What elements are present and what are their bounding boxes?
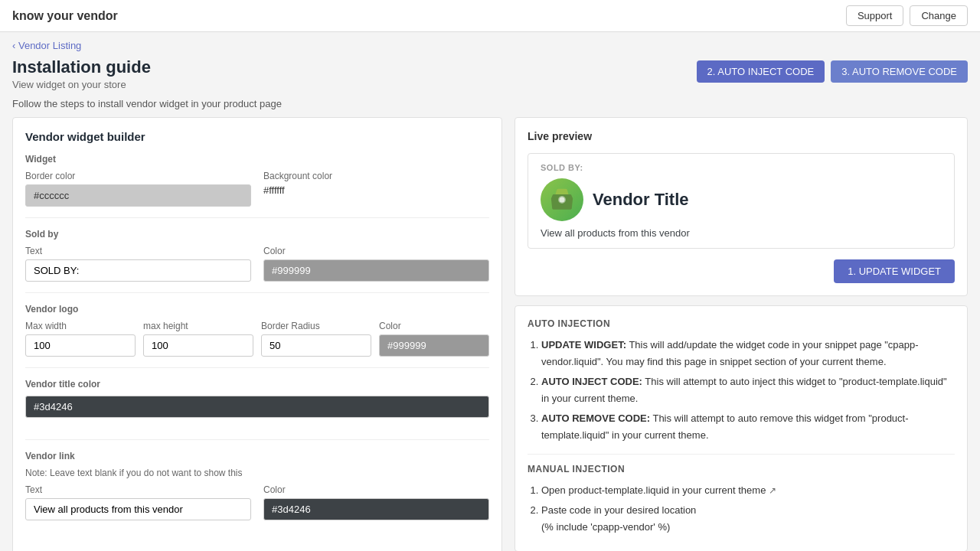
vendor-link-text-label: Text <box>25 484 251 495</box>
logo-color-col: Color <box>379 321 489 357</box>
vendor-info: Vendor Title <box>541 178 942 221</box>
auto-injection-list: UPDATE WIDGET: This will add/update the … <box>528 337 955 445</box>
app-logo: know your vendor <box>12 9 118 23</box>
auto-inject-button[interactable]: 2. AUTO INJECT CODE <box>697 60 825 83</box>
max-width-input[interactable] <box>25 334 136 357</box>
instruction-text: Follow the steps to install vendor widge… <box>12 98 282 109</box>
manual-injection-item-2-subtext: (% include 'cpapp-vendor' %) <box>541 521 670 533</box>
auto-injection-item-3: AUTO REMOVE CODE: This will attempt to a… <box>541 410 955 444</box>
page-title: Installation guide <box>12 57 151 77</box>
border-radius-col: Border Radius <box>261 321 371 357</box>
manual-injection-item-1: Open product-template.liquid in your cur… <box>541 482 955 499</box>
svg-point-0 <box>559 197 564 202</box>
sold-by-preview-label: SOLD BY: <box>541 163 942 172</box>
widget-preview: SOLD BY: Vendor Title View all products … <box>528 153 955 249</box>
vendor-link-section-label: Vendor link <box>25 451 489 461</box>
vendor-title-preview: Vendor Title <box>593 190 689 210</box>
background-color-label: Backgrount color <box>263 171 489 181</box>
max-width-label: Max width <box>25 321 136 331</box>
vendor-link-note: Note: Leave text blank if you do not wan… <box>25 468 489 478</box>
border-radius-input[interactable] <box>261 334 371 357</box>
update-widget-button[interactable]: 1. UPDATE WIDGET <box>834 259 955 283</box>
auto-injection-card: AUTO INJECTION UPDATE WIDGET: This will … <box>514 305 968 551</box>
auto-injection-item-2: AUTO INJECT CODE: This will attempt to a… <box>541 373 955 407</box>
vendor-logo-placeholder <box>541 178 583 221</box>
sold-by-text-input[interactable] <box>25 259 251 282</box>
vendor-title-section-label: Vendor title color <box>25 379 489 390</box>
top-nav: know your vendor Support Change <box>0 0 980 32</box>
background-color-field: Backgrount color #ffffff <box>263 171 489 207</box>
breadcrumb-link[interactable]: Vendor Listing <box>12 40 81 51</box>
border-radius-label: Border Radius <box>261 321 371 331</box>
vendor-link-text-col: Text <box>25 484 251 520</box>
manual-injection-title: MANUAL INJECTION <box>528 464 955 474</box>
vendor-link-color-input[interactable] <box>263 498 489 520</box>
background-color-value: #ffffff <box>263 184 285 196</box>
sold-by-text-label: Text <box>25 246 251 256</box>
vendor-link-text-input[interactable] <box>25 498 251 520</box>
auto-injection-item-3-bold: AUTO REMOVE CODE: <box>541 412 650 424</box>
builder-title: Vendor widget builder <box>25 130 489 143</box>
vendor-logo-section-label: Vendor logo <box>25 304 489 315</box>
logo-color-label: Color <box>379 321 489 331</box>
widget-color-row: Border color Backgrount color #ffffff <box>25 171 489 207</box>
sold-by-color-field: Color <box>263 246 489 282</box>
border-color-label: Border color <box>25 171 251 181</box>
manual-injection-item-2: Paste code in your desired location (% i… <box>541 502 955 536</box>
change-button[interactable]: Change <box>910 5 968 26</box>
main-content: Vendor widget builder Widget Border colo… <box>0 117 980 551</box>
live-preview-card: Live preview SOLD BY: Vendor Title View <box>514 117 968 296</box>
left-panel: Vendor widget builder Widget Border colo… <box>12 117 502 551</box>
max-width-col: Max width <box>25 321 136 357</box>
vendor-link-preview: View all products from this vendor <box>541 227 942 239</box>
auto-injection-item-2-bold: AUTO INJECT CODE: <box>541 376 642 387</box>
instruction-bar: Follow the steps to install vendor widge… <box>0 98 980 117</box>
manual-injection-item-1-text: Open product-template.liquid in your cur… <box>541 484 766 496</box>
max-height-col: max height <box>143 321 253 357</box>
logo-color-input[interactable] <box>379 334 489 357</box>
page-header-actions: 2. AUTO INJECT CODE 3. AUTO REMOVE CODE <box>697 60 968 83</box>
sold-by-color-input[interactable] <box>263 259 489 282</box>
external-link-icon[interactable]: ↗ <box>769 483 776 498</box>
live-preview-title: Live preview <box>528 130 955 142</box>
nav-actions: Support Change <box>846 5 968 26</box>
border-color-field: Border color <box>25 171 251 207</box>
border-color-input[interactable] <box>25 184 251 207</box>
page-header: Installation guide View widget on your s… <box>0 51 980 98</box>
sold-by-section-label: Sold by <box>25 229 489 240</box>
auto-injection-item-1: UPDATE WIDGET: This will add/update the … <box>541 337 955 370</box>
max-height-label: max height <box>143 321 253 331</box>
manual-injection-list: Open product-template.liquid in your cur… <box>528 482 955 536</box>
auto-injection-title: AUTO INJECTION <box>528 318 955 329</box>
breadcrumb-bar: Vendor Listing <box>0 32 980 51</box>
widget-section-label: Widget <box>25 154 489 165</box>
vendor-link-color-col: Color <box>263 484 489 520</box>
support-button[interactable]: Support <box>846 5 904 26</box>
vendor-link-row: Text Color <box>25 484 489 520</box>
page-subtitle: View widget on your store <box>12 79 151 90</box>
max-height-input[interactable] <box>143 334 253 357</box>
sold-by-row: Text Color <box>25 246 489 282</box>
vendor-link-color-label: Color <box>263 484 489 495</box>
auto-remove-button[interactable]: 3. AUTO REMOVE CODE <box>831 60 968 83</box>
vendor-title-color-input[interactable] <box>25 396 489 418</box>
vendor-logo-row: Max width max height Border Radius Color <box>25 321 489 357</box>
manual-injection-item-2-text: Paste code in your desired location <box>541 504 696 516</box>
sold-by-text-field: Text <box>25 246 251 282</box>
auto-injection-item-1-bold: UPDATE WIDGET: <box>541 339 626 350</box>
update-widget-row: 1. UPDATE WIDGET <box>528 259 955 283</box>
sold-by-color-label: Color <box>263 246 489 256</box>
right-panel: Live preview SOLD BY: Vendor Title View <box>502 117 968 551</box>
page-header-left: Installation guide View widget on your s… <box>12 57 151 90</box>
